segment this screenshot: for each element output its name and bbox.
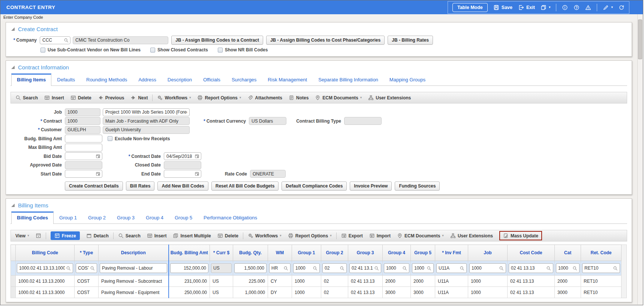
action-bill-rates-button[interactable]: Bill Rates — [126, 182, 155, 190]
billing-items-tab-group-4[interactable]: Group 4 — [140, 212, 169, 224]
calendar-icon[interactable] — [195, 171, 199, 176]
cell-group-4[interactable]: 3000 — [383, 287, 411, 298]
cell-wm[interactable]: CY — [268, 276, 292, 287]
budg-billing-amt-input[interactable] — [65, 135, 102, 142]
cell-budg-qty[interactable]: 1,000.000 — [233, 287, 268, 298]
calendar-icon[interactable] — [96, 171, 100, 176]
cell-input-group-5[interactable]: 1000 — [412, 263, 434, 273]
billing-items-tab-group-3[interactable]: Group 3 — [111, 212, 140, 224]
table-scrollbar[interactable] — [622, 244, 627, 298]
warnings-button[interactable] — [585, 4, 591, 10]
col-header-curr[interactable]: * Curr $ — [210, 245, 233, 261]
search-icon[interactable] — [613, 266, 618, 271]
billing-items-tab-billing-codes[interactable]: Billing Codes — [11, 212, 54, 224]
cell-group-5[interactable]: 2000 — [411, 276, 435, 287]
contract-info-tab-mapping-groups[interactable]: Mapping Groups — [384, 74, 431, 86]
bi-toolbar-insert-button[interactable]: Insert — [147, 233, 167, 238]
cell-input-group-4[interactable]: 1000 — [384, 263, 409, 273]
exit-button[interactable]: Exit — [518, 4, 535, 10]
cell-group-3[interactable]: 02 41 13.13 — [348, 276, 383, 287]
ci-toolbar-workflows-button[interactable]: Workflows▾ — [157, 95, 191, 100]
col-header-budg-qty[interactable]: Budg. Qty. — [233, 245, 268, 261]
bi-toolbar-workflows-button[interactable]: Workflows▾ — [248, 233, 282, 238]
billing-items-tab-group-5[interactable]: Group 5 — [169, 212, 198, 224]
print-menu-button[interactable]: ▾ — [541, 4, 551, 10]
col-header-cost-code[interactable]: Cost Code — [508, 245, 555, 261]
bi-toolbar-report-options-button[interactable]: Report Options▾ — [288, 233, 332, 238]
cell-budg-billing-amt[interactable]: 250,000.00 — [169, 287, 210, 298]
cell-inv-fmt[interactable]: U11A — [435, 276, 468, 287]
contract-info-tab-address[interactable]: Address — [133, 74, 162, 86]
cell-group-2[interactable]: 02 — [321, 287, 348, 298]
cell-curr[interactable]: US — [210, 276, 233, 287]
exclude-non-inv-checkbox[interactable] — [108, 136, 112, 141]
max-billing-amt-input[interactable] — [65, 144, 102, 152]
cell-budg-qty[interactable]: 225.000 — [233, 276, 268, 287]
bi-toolbar-freeze-button[interactable]: Freeze — [51, 231, 80, 240]
cell-input-budg-billing-amt[interactable]: 152,000.00 — [170, 263, 209, 273]
cell-type[interactable]: COST — [75, 287, 99, 298]
jb-jb-billing-rates-button[interactable]: JB - Billing Rates — [388, 36, 433, 45]
col-header-group-4[interactable]: Group 4 — [383, 245, 411, 261]
col-header-group-2[interactable]: Group 2 — [321, 245, 348, 261]
job-description-field[interactable] — [103, 108, 190, 116]
cell-input-group-3[interactable]: 02 41 13.13 — [349, 263, 381, 273]
cell-ret-code[interactable]: RET10 — [581, 276, 622, 287]
contract-info-tab-billing-items[interactable]: Billing Items — [11, 74, 51, 86]
contract-info-tab-separate-billing-information[interactable]: Separate Billing Information — [313, 74, 384, 86]
search-icon[interactable] — [340, 266, 344, 271]
bi-toolbar-user-extensions-button[interactable]: User Extensions — [450, 233, 493, 238]
table-mode-button[interactable]: Table Mode — [452, 3, 488, 12]
cell-group-5[interactable]: 3000 — [411, 287, 435, 298]
search-icon[interactable] — [374, 266, 379, 271]
ci-toolbar-notes-button[interactable]: Notes — [289, 95, 309, 100]
cell-budg-billing-amt[interactable]: 231,000.00 — [169, 276, 210, 287]
cell-input-wm[interactable]: HR — [269, 263, 291, 273]
cell-group-1[interactable]: 1000 — [292, 276, 321, 287]
row-handle[interactable] — [11, 287, 16, 298]
cell-description[interactable]: Paving Removal - Equipment — [99, 287, 169, 298]
info-button[interactable] — [562, 4, 568, 10]
search-icon[interactable] — [572, 266, 577, 271]
search-icon[interactable] — [66, 266, 71, 271]
cell-wm[interactable]: DY — [268, 287, 292, 298]
ci-toolbar-user-extensions-button[interactable]: User Extensions — [368, 95, 411, 100]
save-button[interactable]: Save — [493, 4, 512, 10]
cell-input-billing-code[interactable]: 1000.02 41 13.13.1000 — [17, 263, 73, 273]
ci-toolbar-search-button[interactable]: Search — [15, 95, 38, 100]
cell-input-job[interactable]: 1000 — [469, 263, 506, 273]
window-scrollbar[interactable] — [637, 14, 643, 304]
action-reset-all-bill-code-budgets-button[interactable]: Reset All Bill Code Budgets — [211, 182, 279, 190]
cell-billing-code[interactable]: 1000.02 41 13.13.2000 — [16, 276, 75, 287]
cell-inv-fmt[interactable]: U11A — [435, 287, 468, 298]
col-header-description[interactable]: Description — [99, 245, 169, 261]
cell-input-budg-qty[interactable]: 1,500.000 — [234, 263, 267, 273]
col-header-wm[interactable]: WM — [268, 245, 292, 261]
cell-type[interactable]: COST — [75, 276, 99, 287]
col-header-inv-fmt[interactable]: * Inv Fmt — [435, 245, 468, 261]
bi-toolbar-import-button[interactable]: Import — [369, 233, 391, 238]
billing-items-tab-performance-obligations[interactable]: Performance Obligations — [198, 212, 263, 224]
row-handle[interactable] — [11, 276, 16, 287]
col-header-type[interactable]: * Type — [75, 245, 99, 261]
checkbox-show-closed-contracts[interactable] — [150, 48, 155, 52]
cell-ret-code[interactable]: RET10 — [581, 287, 622, 298]
cell-curr[interactable]: US — [210, 287, 233, 298]
cell-job[interactable]: 1000 — [468, 276, 508, 287]
cell-description[interactable]: Paving Removal - Subcontract — [99, 276, 169, 287]
search-icon[interactable] — [64, 38, 69, 43]
cell-input-inv-fmt[interactable]: U11A — [436, 263, 467, 273]
row-handle[interactable] — [11, 261, 16, 276]
action-invoice-preview-button[interactable]: Invoice Preview — [350, 182, 392, 190]
create-contract-header[interactable]: Create Contract — [10, 23, 627, 34]
ci-toolbar-ecm-documents-button[interactable]: ECM Documents▾ — [315, 95, 362, 100]
jb-jb-assign-billing-codes-to-a-contract-button[interactable]: JB - Assign Billing Codes to a Contract — [171, 36, 263, 45]
contract-information-header[interactable]: Contract Information — [10, 62, 627, 73]
cell-group-4[interactable]: 2000 — [383, 276, 411, 287]
billing-items-tab-group-1[interactable]: Group 1 — [54, 212, 82, 224]
billing-items-tab-group-2[interactable]: Group 2 — [82, 212, 111, 224]
col-header-cat[interactable]: Cat — [555, 245, 581, 261]
checkbox-use-sub-contract-vendor-on-new-bill-lines[interactable] — [40, 48, 45, 52]
cell-input-ret-code[interactable]: RET10 — [582, 263, 620, 273]
action-funding-sources-button[interactable]: Funding Sources — [395, 182, 440, 190]
